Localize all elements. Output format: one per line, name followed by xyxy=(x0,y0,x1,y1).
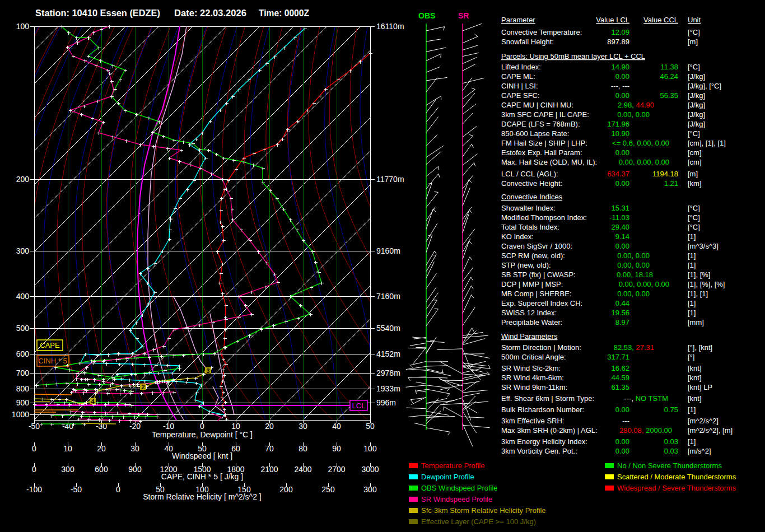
svg-text:2.98, 44.90: 2.98, 44.90 xyxy=(618,101,654,109)
svg-text:Scattered / Moderate Thunderst: Scattered / Moderate Thunderstorms xyxy=(617,473,736,481)
svg-text:[°C]: [°C] xyxy=(688,63,700,71)
svg-text:Estofex Exp. Hail Param:: Estofex Exp. Hail Param: xyxy=(501,148,582,157)
svg-text:300: 300 xyxy=(16,246,30,255)
svg-text:200: 200 xyxy=(279,485,293,494)
svg-text:[J/kg]: [J/kg] xyxy=(688,101,705,109)
svg-text:No / Non Severe Thunderstorms: No / Non Severe Thunderstorms xyxy=(617,461,722,470)
svg-text:CAPE: CAPE xyxy=(40,341,60,349)
svg-text:-30: -30 xyxy=(96,422,107,431)
svg-text:3000: 3000 xyxy=(361,465,379,474)
svg-text:Snowfall Height:: Snowfall Height: xyxy=(501,38,554,46)
svg-text:Widespread / Severe Thundersto: Widespread / Severe Thunderstorms xyxy=(617,484,736,492)
svg-text:20: 20 xyxy=(97,444,106,453)
svg-text:STP (new, old):: STP (new, old): xyxy=(501,261,551,269)
svg-text:0.00: 0.00 xyxy=(615,405,629,414)
svg-text:Storm Direction | Motion:: Storm Direction | Motion: xyxy=(501,343,581,352)
svg-text:[m]: [m] xyxy=(688,170,698,178)
svg-text:OBS Windspeed Profile: OBS Windspeed Profile xyxy=(421,484,498,492)
svg-text:[m^2/s^2], [m]: [m^2/s^2], [m] xyxy=(688,426,733,435)
svg-text:Precipitable Water:: Precipitable Water: xyxy=(501,318,562,326)
svg-text:[m^3/s^3]: [m^3/s^3] xyxy=(688,242,719,250)
svg-text:0.00, 0.00, 0.00: 0.00, 0.00, 0.00 xyxy=(619,158,669,166)
svg-text:50: 50 xyxy=(366,422,375,431)
svg-text:20: 20 xyxy=(265,422,274,431)
svg-text:0.00: 0.00 xyxy=(615,437,629,446)
svg-text:1194.18: 1194.18 xyxy=(652,170,678,178)
svg-text:Showalter Index:: Showalter Index: xyxy=(501,204,556,212)
svg-text:[knt] LP: [knt] LP xyxy=(688,383,712,391)
svg-text:[1]: [1] xyxy=(688,261,696,269)
svg-text:0.00: 0.00 xyxy=(615,179,629,188)
svg-text:[1], [1]: [1], [1] xyxy=(688,290,708,298)
svg-text:---, NO TSTM: ---, NO TSTM xyxy=(624,394,669,403)
svg-text:Value LCL: Value LCL xyxy=(596,16,629,24)
svg-text:Eff. Shear 6km | Storm Type:: Eff. Shear 6km | Storm Type: xyxy=(501,394,594,403)
svg-text:Effective Layer (CAPE >= 100 J: Effective Layer (CAPE >= 100 J/kg) xyxy=(421,517,536,526)
svg-text:82.53, 27.31: 82.53, 27.31 xyxy=(614,343,654,352)
svg-text:-40: -40 xyxy=(62,422,73,431)
svg-text:[J/kg]: [J/kg] xyxy=(688,110,705,119)
svg-text:4: 4 xyxy=(91,398,95,405)
svg-text:[knt]: [knt] xyxy=(688,364,702,372)
svg-text:Convective Indices: Convective Indices xyxy=(501,193,563,201)
svg-text:634.37: 634.37 xyxy=(607,170,629,178)
svg-text:300: 300 xyxy=(61,465,74,474)
svg-text:Modified Thompson Index:: Modified Thompson Index: xyxy=(501,213,587,222)
svg-text:[J/kg]: [J/kg] xyxy=(688,120,705,128)
svg-text:Parcels: Using 50mB mean layer: Parcels: Using 50mB mean layer LCL + CCL xyxy=(501,52,645,60)
svg-text:9160m: 9160m xyxy=(376,246,400,255)
svg-text:3km Vorticity Gen. Pot.:: 3km Vorticity Gen. Pot.: xyxy=(501,447,577,455)
svg-text:600: 600 xyxy=(16,349,30,358)
svg-text:30: 30 xyxy=(130,444,139,453)
svg-text:FM Hail Size | SHIP | LHP:: FM Hail Size | SHIP | LHP: xyxy=(501,139,587,147)
svg-text:[1]: [1] xyxy=(688,299,696,307)
svg-text:SR Windspeed Profile: SR Windspeed Profile xyxy=(421,495,492,503)
svg-text:0.00: 0.00 xyxy=(615,447,629,455)
svg-text:19.56: 19.56 xyxy=(611,309,629,317)
svg-text:SR Wind 9km-11km:: SR Wind 9km-11km: xyxy=(501,383,567,391)
svg-text:---, ---: ---, --- xyxy=(611,82,629,90)
svg-text:400: 400 xyxy=(16,292,30,301)
svg-text:0.03: 0.03 xyxy=(664,437,678,446)
svg-text:996m: 996m xyxy=(376,398,396,407)
svg-text:Parameter: Parameter xyxy=(501,16,535,24)
svg-text:0.00, 0.00: 0.00, 0.00 xyxy=(617,261,650,269)
svg-text:90: 90 xyxy=(332,444,341,453)
svg-text:0.00, 0.00: 0.00, 0.00 xyxy=(617,290,650,298)
svg-text:3km SFC CAPE | IL CAPE:: 3km SFC CAPE | IL CAPE: xyxy=(501,110,589,119)
svg-text:SR: SR xyxy=(458,11,469,20)
svg-text:1933m: 1933m xyxy=(376,384,400,393)
svg-text:70: 70 xyxy=(265,444,274,453)
svg-text:0: 0 xyxy=(32,465,36,474)
svg-text:44.59: 44.59 xyxy=(611,374,629,382)
svg-text:1.21: 1.21 xyxy=(664,179,678,188)
svg-text:[°C]: [°C] xyxy=(688,204,700,212)
svg-text:[knt]: [knt] xyxy=(688,374,702,382)
svg-text:16.62: 16.62 xyxy=(611,364,629,372)
svg-text:Time: 0000Z: Time: 0000Z xyxy=(259,8,309,18)
svg-text:40: 40 xyxy=(332,422,341,431)
svg-text:SWISS 12 Index:: SWISS 12 Index: xyxy=(501,309,557,317)
svg-text:-10: -10 xyxy=(163,422,174,431)
svg-text:OBS: OBS xyxy=(418,11,435,20)
svg-text:CAPE SFC:: CAPE SFC: xyxy=(501,91,540,100)
svg-text:900: 900 xyxy=(128,465,142,474)
svg-text:700: 700 xyxy=(16,368,30,377)
svg-text:Date: 22.03.2026: Date: 22.03.2026 xyxy=(174,8,246,18)
svg-text:[°], [knt]: [°], [knt] xyxy=(688,343,712,352)
svg-text:200: 200 xyxy=(16,175,30,184)
svg-text:[°C]: [°C] xyxy=(688,129,700,138)
svg-text:3: 3 xyxy=(206,367,209,374)
svg-text:100: 100 xyxy=(16,22,30,31)
svg-text:Bulk Richardson Number:: Bulk Richardson Number: xyxy=(501,405,584,414)
svg-text:[m/s^2]: [m/s^2] xyxy=(688,447,711,455)
svg-text:CAPE, CINH * 5 [ J/kg ]: CAPE, CINH * 5 [ J/kg ] xyxy=(161,472,243,481)
svg-text:300: 300 xyxy=(363,485,377,494)
svg-text:60: 60 xyxy=(231,444,240,453)
svg-text:<= 0.6, 0.00, 0.00: <= 0.6, 0.00, 0.00 xyxy=(612,139,669,147)
svg-text:Wind Parameters: Wind Parameters xyxy=(501,332,558,340)
svg-text:280.08, 2000.00: 280.08, 2000.00 xyxy=(619,426,672,435)
svg-text:[m^2/s^2]: [m^2/s^2] xyxy=(688,417,719,425)
svg-text:100: 100 xyxy=(363,444,377,453)
svg-text:[m]: [m] xyxy=(688,38,698,46)
